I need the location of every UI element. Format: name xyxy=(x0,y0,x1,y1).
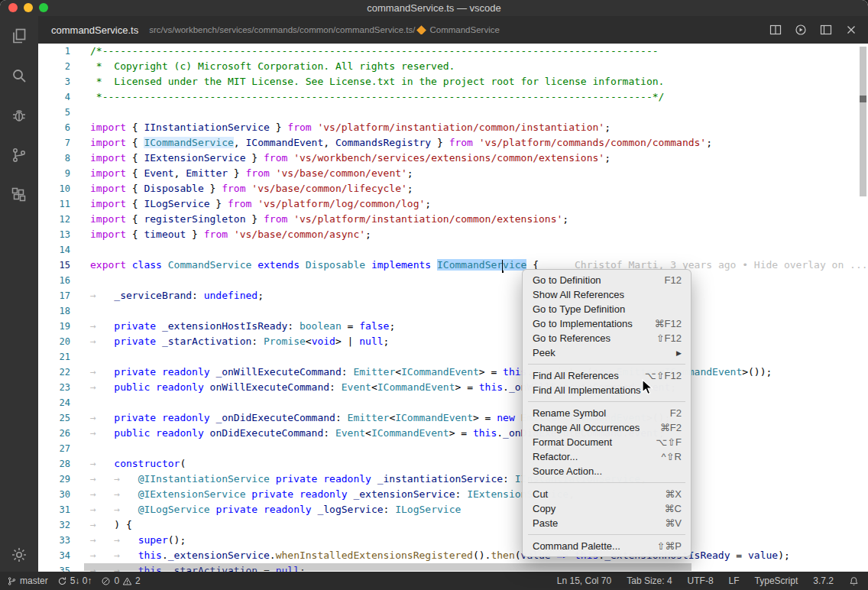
menu-item-label: Change All Occurrences xyxy=(533,422,640,433)
code-line-16[interactable]: 16 xyxy=(38,273,868,288)
code-line-6[interactable]: 6import { IInstantiationService } from '… xyxy=(38,120,868,135)
code-line-21[interactable]: 21 xyxy=(38,349,868,365)
code-line-7[interactable]: 7import { ICommandService, ICommandEvent… xyxy=(38,135,868,151)
line-number: 19 xyxy=(38,319,70,334)
menu-item-shortcut: ⇧F12 xyxy=(656,332,682,344)
code-line-30[interactable]: 30→ → @IExtensionService private readonl… xyxy=(38,487,868,502)
run-button[interactable] xyxy=(795,24,807,36)
code-line-23[interactable]: 23→ public readonly onWillExecuteCommand… xyxy=(38,380,868,395)
activity-item-extensions[interactable] xyxy=(0,175,38,215)
line-content: → → super(); xyxy=(70,533,186,548)
code-line-31[interactable]: 31→ → @ILogService private readonly _log… xyxy=(38,502,868,517)
menu-item-paste[interactable]: Paste⌘V xyxy=(523,516,691,530)
breadcrumb-path[interactable]: src/vs/workbench/services/commands/commo… xyxy=(149,25,415,34)
vertical-scrollbar[interactable] xyxy=(860,47,866,196)
code-line-33[interactable]: 33→ → super(); xyxy=(38,533,868,548)
menu-item-shortcut: ⇧⌘P xyxy=(656,540,682,552)
minimize-window-button[interactable] xyxy=(24,3,33,12)
code-line-9[interactable]: 9import { Event, Emitter } from 'vs/base… xyxy=(38,166,868,181)
status-eol[interactable]: LF xyxy=(729,575,740,586)
horizontal-scrollbar[interactable] xyxy=(84,563,691,571)
code-line-2[interactable]: 2 * Copyright (c) Microsoft Corporation.… xyxy=(38,59,868,74)
titlebar[interactable]: commandService.ts — vscode xyxy=(0,0,868,16)
menu-item-rename-symbol[interactable]: Rename SymbolF2 xyxy=(523,406,691,420)
activity-item-debug[interactable] xyxy=(0,96,38,135)
activity-item-search[interactable] xyxy=(0,56,38,96)
menu-item-format-document[interactable]: Format Document⌥⇧F xyxy=(523,435,691,449)
menu-item-go-to-definition[interactable]: Go to DefinitionF12 xyxy=(523,273,691,287)
menu-item-change-all-occurrences[interactable]: Change All Occurrences⌘F2 xyxy=(523,420,691,435)
editor-tab-filename[interactable]: commandService.ts xyxy=(51,24,138,36)
code-line-26[interactable]: 26→ public readonly onDidExecuteCommand:… xyxy=(38,426,868,441)
code-line-11[interactable]: 11import { ILogService } from 'vs/platfo… xyxy=(38,196,868,212)
code-line-20[interactable]: 20→ private _starActivation: Promise<voi… xyxy=(38,334,868,349)
status-sync[interactable]: 5↓ 0↑ xyxy=(57,575,92,586)
line-number: 25 xyxy=(38,410,70,426)
code-line-24[interactable]: 24 xyxy=(38,395,868,410)
menu-item-shortcut: ⌘F12 xyxy=(655,318,682,329)
split-editor-button[interactable] xyxy=(769,24,782,36)
line-content: import { timeout } from 'vs/base/common/… xyxy=(70,227,371,242)
menu-item-refactor[interactable]: Refactor...^⇧R xyxy=(523,449,691,464)
menu-item-command-palette[interactable]: Command Palette...⇧⌘P xyxy=(523,539,691,553)
source-control-icon xyxy=(10,146,28,164)
menu-item-cut[interactable]: Cut⌘X xyxy=(523,487,691,501)
status-encoding[interactable]: UTF-8 xyxy=(688,575,714,586)
code-line-18[interactable]: 18 xyxy=(38,303,868,319)
code-line-17[interactable]: 17→ _serviceBrand: undefined; xyxy=(38,288,868,303)
code-line-22[interactable]: 22→ private readonly _onWillExecuteComma… xyxy=(38,365,868,380)
activity-item-source-control[interactable] xyxy=(0,135,38,175)
code-line-1[interactable]: 1/*-------------------------------------… xyxy=(38,44,868,59)
status-branch[interactable]: master xyxy=(7,575,48,586)
close-window-button[interactable] xyxy=(8,3,18,12)
code-line-34[interactable]: 34→ → this._extensionService.whenInstall… xyxy=(38,548,868,563)
status-label: Tab Size: 4 xyxy=(627,575,672,586)
code-line-28[interactable]: 28→ constructor( xyxy=(38,456,868,472)
code-line-10[interactable]: 10import { Disposable } from 'vs/base/co… xyxy=(38,181,868,196)
status-indentation[interactable]: Tab Size: 4 xyxy=(627,575,672,586)
menu-item-peek[interactable]: Peek▶ xyxy=(523,345,691,360)
menu-item-go-to-type-definition[interactable]: Go to Type Definition xyxy=(523,302,691,316)
activity-item-explorer[interactable] xyxy=(0,16,38,56)
menu-item-find-all-implementations[interactable]: Find All Implementations xyxy=(523,383,691,397)
status-notifications[interactable] xyxy=(849,576,859,586)
status-language-mode[interactable]: TypeScript xyxy=(755,575,798,586)
code-line-32[interactable]: 32→ ) { xyxy=(38,517,868,533)
code-line-14[interactable]: 14 xyxy=(38,242,868,258)
editor-layout-button[interactable] xyxy=(820,24,832,36)
split-editor-icon xyxy=(769,24,782,36)
close-editor-button[interactable] xyxy=(845,24,857,36)
code-line-25[interactable]: 25→ private readonly _onDidExecuteComman… xyxy=(38,410,868,426)
menu-item-go-to-references[interactable]: Go to References⇧F12 xyxy=(523,331,691,345)
menu-item-show-all-references[interactable]: Show All References xyxy=(523,287,691,302)
code-line-29[interactable]: 29→ → @IInstantiationService private rea… xyxy=(38,472,868,487)
status-label: master xyxy=(20,575,48,586)
status-cursor-position[interactable]: Ln 15, Col 70 xyxy=(557,575,611,586)
code-line-12[interactable]: 12import { registerSingleton } from 'vs/… xyxy=(38,212,868,227)
breadcrumb-symbol[interactable]: CommandService xyxy=(429,25,499,34)
code-line-13[interactable]: 13import { timeout } from 'vs/base/commo… xyxy=(38,227,868,242)
code-line-15[interactable]: 15export class CommandService extends Di… xyxy=(38,258,868,273)
menu-item-source-action[interactable]: Source Action... xyxy=(523,464,691,478)
menu-item-label: Source Action... xyxy=(533,465,602,477)
status-right: Ln 15, Col 70Tab Size: 4UTF-8LFTypeScrip… xyxy=(557,575,868,586)
code-line-5[interactable]: 5 xyxy=(38,105,868,120)
status-problems[interactable]: 02 xyxy=(101,575,140,586)
line-content: *---------------------------------------… xyxy=(70,89,664,105)
code-line-4[interactable]: 4 *-------------------------------------… xyxy=(38,89,868,105)
code-line-19[interactable]: 19→ private _extensionHostIsReady: boole… xyxy=(38,319,868,334)
menu-item-find-all-references[interactable]: Find All References⌥⇧F12 xyxy=(523,368,691,383)
status-ts-version[interactable]: 3.7.2 xyxy=(813,575,834,586)
zoom-window-button[interactable] xyxy=(39,3,48,12)
menu-item-go-to-implementations[interactable]: Go to Implementations⌘F12 xyxy=(523,316,691,331)
line-content: → ) { xyxy=(70,517,132,533)
breadcrumb[interactable]: src/vs/workbench/services/commands/commo… xyxy=(149,25,762,34)
code-line-3[interactable]: 3 * Licensed under the MIT License. See … xyxy=(38,74,868,89)
menu-item-shortcut: ⌘C xyxy=(665,503,682,514)
window-controls xyxy=(8,3,48,12)
code-line-27[interactable]: 27 xyxy=(38,441,868,456)
code-line-8[interactable]: 8import { IExtensionService } from 'vs/w… xyxy=(38,151,868,166)
editor[interactable]: 1/*-------------------------------------… xyxy=(38,44,868,572)
activity-item-manage[interactable] xyxy=(0,538,38,572)
menu-item-copy[interactable]: Copy⌘C xyxy=(523,501,691,516)
